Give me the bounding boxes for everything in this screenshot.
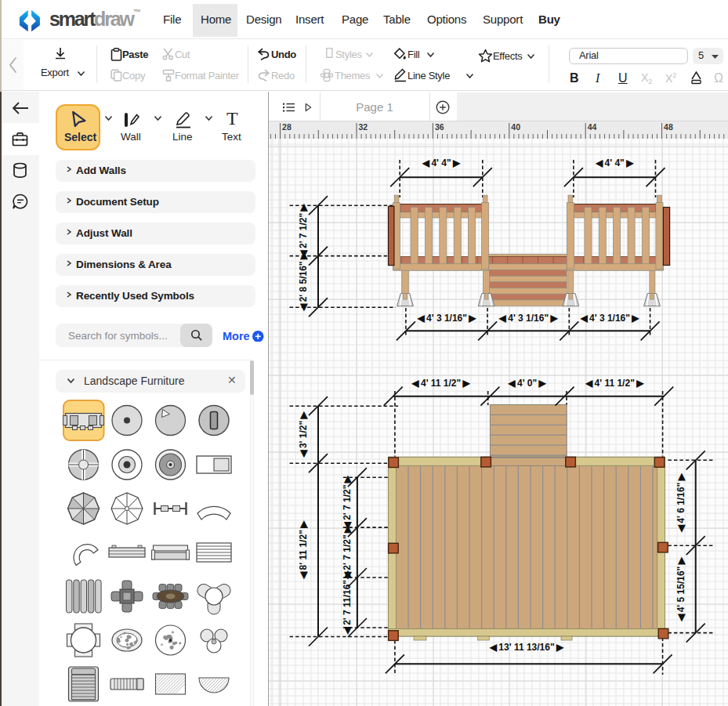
svg-text:◀ 2' 8 5/16" ▶: ◀ 2' 8 5/16" ▶	[298, 252, 309, 312]
svg-text:◀ 4' 0" ▶: ◀ 4' 0" ▶	[507, 378, 546, 389]
svg-text:◀ 2' 7 1/2" ▶: ◀ 2' 7 1/2" ▶	[342, 475, 353, 530]
svg-text:◀ 4' 6 1/16" ▶: ◀ 4' 6 1/16" ▶	[675, 472, 686, 533]
svg-text:◀ 4' 4" ▶: ◀ 4' 4" ▶	[595, 157, 634, 168]
svg-text:◀ 2' 7 11/16" ▶: ◀ 2' 7 11/16" ▶	[342, 570, 353, 635]
svg-text:◀ 3' 1/2" ▶: ◀ 3' 1/2" ▶	[298, 411, 309, 458]
svg-text:◀ 4' 4" ▶: ◀ 4' 4" ▶	[422, 157, 461, 168]
svg-text:◀ 4' 11 1/2" ▶: ◀ 4' 11 1/2" ▶	[411, 378, 470, 389]
svg-text:◀ 4' 3 1/16" ▶: ◀ 4' 3 1/16" ▶	[579, 313, 639, 324]
svg-text:◀ 13' 11 13/16" ▶: ◀ 13' 11 13/16" ▶	[489, 642, 564, 653]
svg-text:◀ 8' 11 1/2" ▶: ◀ 8' 11 1/2" ▶	[298, 520, 309, 580]
svg-text:◀ 4' 3 1/16" ▶: ◀ 4' 3 1/16" ▶	[498, 313, 559, 324]
svg-text:◀ 4' 11 1/2" ▶: ◀ 4' 11 1/2" ▶	[585, 378, 644, 389]
svg-text:◀ 4' 3 1/16" ▶: ◀ 4' 3 1/16" ▶	[416, 313, 476, 324]
svg-text:◀ 4' 5 15/16" ▶: ◀ 4' 5 15/16" ▶	[675, 556, 686, 622]
svg-text:◀ 2' 7 1/2" ▶: ◀ 2' 7 1/2" ▶	[298, 203, 309, 258]
